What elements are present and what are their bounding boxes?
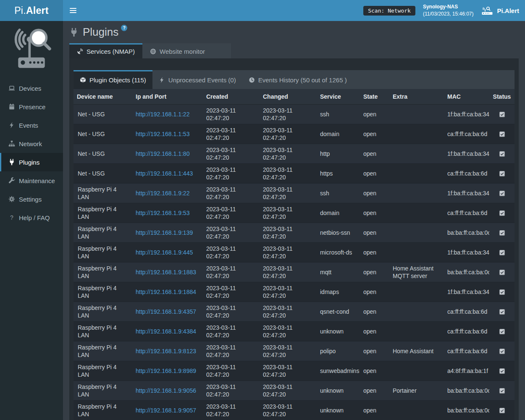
sidebar-item[interactable]: Help / FAQ [0,208,63,227]
ip-port-link[interactable]: http://192.168.1.9:1883 [136,269,196,276]
status-checkbox[interactable] [499,388,505,394]
page-header: Plugins ? [69,21,519,43]
status-checkbox[interactable] [499,112,505,117]
ip-port-link[interactable]: http://192.168.1.9:139 [136,229,193,236]
ip-port-link[interactable]: http://192.168.1.9:9056 [136,387,196,394]
cube-icon [80,76,86,84]
cell-device-name: Raspberry Pi 4 LAN [74,203,132,223]
cell-state: open [360,223,389,243]
sidebar-item[interactable]: Maintenance [0,171,63,190]
tab-label: Services (NMAP) [87,48,135,55]
table-row: Raspberry Pi 4 LAN http://192.168.1.9:43… [74,322,514,341]
ip-port-link[interactable]: http://192.168.1.9:53 [136,210,189,216]
table-row: Net - USG http://192.168.1.1:443 2023-03… [74,164,514,184]
column-header[interactable]: Device name [74,89,132,105]
cell-mac: ca:ff:ff:ca:ba:6d [444,124,489,144]
sidebar-item[interactable]: Events [0,116,63,134]
cell-mac: ba:ba:ff:ca:ba:0c [444,262,489,282]
sidebar-item[interactable]: Presence [0,97,63,116]
router-search-icon [481,6,494,15]
ip-port-link[interactable]: http://192.168.1.9:22 [136,190,189,197]
cell-service: domain [317,124,360,144]
ip-port-link[interactable]: http://192.168.1.9:8989 [136,368,196,374]
cell-changed: 2023-03-11 02:47:20 [260,302,317,322]
cell-mac: ca:ff:ff:ca:ba:6d [444,341,489,361]
ip-port-link[interactable]: http://192.168.1.1:22 [136,111,189,118]
status-checkbox[interactable] [499,270,505,275]
bolt-icon [8,122,15,129]
ip-port-link[interactable]: http://192.168.1.9:445 [136,249,193,256]
cell-created: 2023-03-11 02:47:20 [203,341,260,361]
cell-extra: Home Assistant [389,341,444,361]
plugin-objects-table: Device nameIp and PortCreatedChangedServ… [74,89,514,420]
cell-state: open [360,282,389,302]
cell-extra [389,105,444,124]
tab-label: Plugin Objects (115) [89,76,146,84]
cell-changed: 2023-03-11 02:47:20 [260,105,317,124]
status-checkbox[interactable] [499,349,505,354]
status-checkbox[interactable] [499,289,505,295]
status-checkbox[interactable] [499,151,505,157]
sidebar-item[interactable]: Plugins [0,153,63,171]
plugin-tab[interactable]: Website monitor [142,43,231,58]
ip-port-link[interactable]: http://192.168.1.9:1884 [136,289,196,295]
status-checkbox[interactable] [499,408,505,413]
table-row: Net - USG http://192.168.1.1:53 2023-03-… [74,124,514,144]
status-checkbox[interactable] [499,329,505,334]
status-checkbox[interactable] [499,368,505,374]
column-header[interactable]: State [360,89,389,105]
status-checkbox[interactable] [499,309,505,315]
column-header[interactable]: Status [489,89,514,105]
ip-port-link[interactable]: http://192.168.1.1:80 [136,150,189,157]
ip-port-link[interactable]: http://192.168.1.1:443 [136,170,193,177]
status-checkbox[interactable] [499,171,505,176]
cell-device-name: Raspberry Pi 4 LAN [74,401,132,420]
cell-device-name: Raspberry Pi 4 LAN [74,184,132,203]
cell-service: ssh [317,105,360,124]
column-header[interactable]: Ip and Port [132,89,203,105]
table-row: Raspberry Pi 4 LAN http://192.168.1.9:13… [74,223,514,243]
cell-extra [389,144,444,164]
cell-changed: 2023-03-11 02:47:20 [260,322,317,341]
column-header[interactable]: Service [317,89,360,105]
cell-service: unknown [317,401,360,420]
column-header[interactable]: MAC [444,89,489,105]
status-checkbox[interactable] [499,210,505,216]
sidebar-item-label: Help / FAQ [19,214,50,221]
sidebar-item[interactable]: Network [0,134,63,153]
sidebar-item[interactable]: Devices [0,79,63,97]
cell-changed: 2023-03-11 02:47:20 [260,184,317,203]
sidebar-item[interactable]: Settings [0,190,63,208]
ip-port-link[interactable]: http://192.168.1.9:9057 [136,407,196,414]
table-row: Raspberry Pi 4 LAN http://192.168.1.9:53… [74,203,514,223]
column-header[interactable]: Created [203,89,260,105]
ip-port-link[interactable]: http://192.168.1.9:4384 [136,328,196,335]
cell-state: open [360,124,389,144]
status-checkbox[interactable] [499,230,505,236]
column-header[interactable]: Changed [260,89,317,105]
help-badge[interactable]: ? [121,25,127,31]
check-icon [500,192,504,195]
cell-device-name: Net - USG [74,164,132,184]
cell-device-name: Raspberry Pi 4 LAN [74,262,132,282]
status-checkbox[interactable] [499,131,505,137]
navbar-brand[interactable]: Pi.Alert [481,6,519,15]
ip-port-link[interactable]: http://192.168.1.9:4357 [136,308,196,315]
status-checkbox[interactable] [499,191,505,196]
status-checkbox[interactable] [499,250,505,255]
plugin-panel: Plugin Objects (115) Unprocessed Events … [69,58,519,420]
cell-changed: 2023-03-11 02:47:20 [260,124,317,144]
cell-state: open [360,203,389,223]
object-tab[interactable]: Unprocessed Events (0) [152,70,242,89]
plugin-tab[interactable]: Services (NMAP) [69,43,142,58]
column-header[interactable]: Extra [389,89,444,105]
ip-port-link[interactable]: http://192.168.1.9:8123 [136,348,196,354]
object-tab[interactable]: Plugin Objects (115) [74,70,152,89]
app-logo[interactable]: Pi.Alert [0,0,63,21]
sidebar-toggle-icon[interactable] [63,0,83,21]
ip-port-link[interactable]: http://192.168.1.1:53 [136,131,189,137]
object-tab[interactable]: Events History (50 out of 1265 ) [242,70,353,89]
host-info: Synology-NAS (11/03/2023, 15:46:07) [423,3,474,18]
sidebar-item-label: Settings [19,196,42,203]
cell-state: open [360,322,389,341]
